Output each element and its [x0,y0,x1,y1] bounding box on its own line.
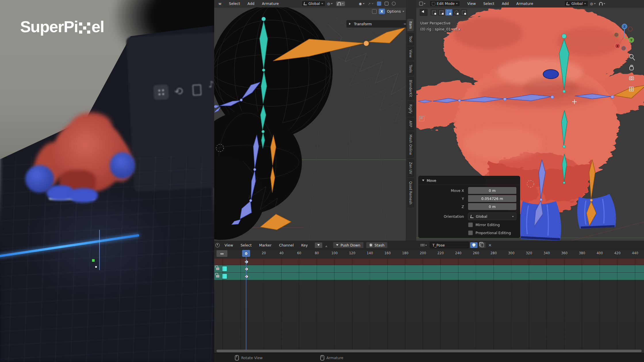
brand-logo: SuperPi el [20,17,104,36]
move-panel-header[interactable]: Move [419,176,520,185]
action-name-field[interactable]: T_Pose [430,242,469,248]
refresh-icon: ⟲ [173,84,184,98]
xray-toggle-button[interactable] [385,2,388,5]
tab-quad-remesh[interactable]: Quad Remesh [407,178,414,207]
pivot-point-button[interactable]: ◎ [327,2,333,6]
move-operator-panel[interactable]: Move Move X0 mY0.054726 mZ0 m Orientatio… [418,176,520,238]
frame-tick-400: 400 [597,251,603,255]
tab-view[interactable]: View [407,47,414,60]
tab-rigify[interactable]: Rigify [407,101,414,116]
editor-type-icon[interactable] [215,243,220,247]
frame-tick-40: 40 [279,251,284,255]
frame-ruler[interactable]: ↔ 20406080100120140160180200220240260280… [214,249,644,258]
svg-text:Z: Z [624,25,626,28]
timeline-body[interactable] [214,280,644,350]
panel-menu-icon[interactable]: = [404,22,406,26]
menu-item-select[interactable]: Select [480,1,498,6]
mode-value: Edit Mode [437,1,455,6]
menu-item-w[interactable]: w [215,1,225,6]
frame-tick-340: 340 [544,251,550,255]
menu-item-marker[interactable]: Marker [255,243,275,247]
overlays-button[interactable] [392,2,396,5]
tab-arp[interactable]: ARP [407,118,414,130]
unlock-icon[interactable] [216,275,219,278]
mirror-x-button[interactable]: X [379,9,385,14]
menu-item-view[interactable]: View [463,1,480,6]
select-extend-button[interactable] [438,9,445,16]
new-action-button[interactable] [479,242,486,248]
dopesheet-channel-row[interactable] [214,265,644,273]
unlock-icon[interactable] [216,267,219,270]
frame-tick-140: 140 [367,251,373,255]
orientation-dropdown[interactable]: Global [564,1,588,7]
menu-item-channel[interactable]: Channel [275,243,297,247]
cursor-icon [421,10,426,15]
menu-item-key[interactable]: Key [298,243,312,247]
snap-toggle-button[interactable] [599,2,605,5]
value-field[interactable]: 0.054726 m [468,195,516,202]
menu-item-add[interactable]: Add [244,1,258,6]
logo-text-post: el [91,17,104,36]
chevron-down-icon [456,3,458,5]
menu-item-armature[interactable]: Armature [513,1,537,6]
dopesheet-summary-row[interactable] [214,258,644,265]
proportional-edit-button[interactable]: ◉ [359,2,364,6]
transform-panel-header[interactable]: Transform = [346,20,406,28]
mouse-icon [320,355,324,361]
remove-key-button[interactable] [323,242,329,248]
pivot-point-button[interactable]: ◎ [590,2,595,6]
stash-button[interactable]: Stash [366,242,388,248]
value-field[interactable]: 0 m [468,203,516,210]
fit-range-button[interactable]: ↔ [216,250,227,257]
shading-sphere-button[interactable] [377,1,381,6]
tab-blenderkit[interactable]: BlenderKit [407,77,414,100]
tab-item[interactable]: Item [407,18,414,32]
select-subtract-button[interactable] [445,9,452,16]
move-fields: Move X0 mY0.054726 mZ0 m [419,187,520,210]
insert-key-button[interactable] [315,242,322,248]
horizontal-scrollbar[interactable] [216,350,642,352]
active-tool-button[interactable] [420,9,428,16]
orientation-select[interactable]: Global [468,213,516,220]
menu-item-armature[interactable]: Armature [258,1,283,6]
menu-item-select[interactable]: Select [237,243,256,247]
menu-item-view[interactable]: View [221,243,237,247]
push-down-label: Push Down [340,243,360,247]
orientation-value: Global [571,1,583,6]
field-label: Y [419,197,468,201]
fake-user-toggle[interactable] [470,242,478,248]
checkbox[interactable] [468,230,473,235]
collection-icon [419,116,424,121]
tab-mesh-online[interactable]: Mesh Online [407,132,414,158]
orientation-dropdown[interactable]: Global [302,1,325,7]
select-new-button[interactable] [430,9,437,16]
dopesheet-channel-row[interactable] [214,273,644,280]
drag-dots-icon [153,84,169,100]
playhead-line[interactable] [246,257,246,350]
select-intersect-button[interactable] [460,9,467,16]
tab-tool[interactable]: Tool [407,33,414,45]
viewport-left-canvas[interactable] [214,0,406,241]
menu-item-add[interactable]: Add [498,1,512,6]
snap-toggle-button[interactable] [336,1,345,6]
action-browse-button[interactable] [421,244,427,247]
select-invert-button[interactable] [453,9,460,16]
mode-dropdown[interactable]: Edit Mode [430,1,460,7]
snap-curve-button[interactable]: ➚ [368,2,373,6]
active-bone-label: (0) rig : spine_01_ref.x [420,26,461,32]
editor-type-button[interactable] [419,2,425,5]
tab-tools[interactable]: Tools [407,62,414,76]
viewport-left[interactable]: wSelectAddArmature Global ◎ ◉ ➚ X Option… [214,0,406,241]
options-dropdown[interactable]: Options [387,9,404,14]
unlink-action-button[interactable]: × [487,242,493,248]
svg-text:Y: Y [630,39,632,42]
checkbox[interactable] [468,222,473,227]
move-panel-title: Move [427,178,436,183]
status-label: Armature [327,356,344,360]
push-down-button[interactable]: Push Down [333,242,363,248]
current-frame-indicator[interactable]: 0 [242,250,250,257]
value-field[interactable]: 0 m [468,187,516,194]
menu-item-select[interactable]: Select [225,1,244,6]
frame-tick-300: 300 [508,251,515,255]
tab-zen-uv[interactable]: Zen UV [407,159,414,177]
